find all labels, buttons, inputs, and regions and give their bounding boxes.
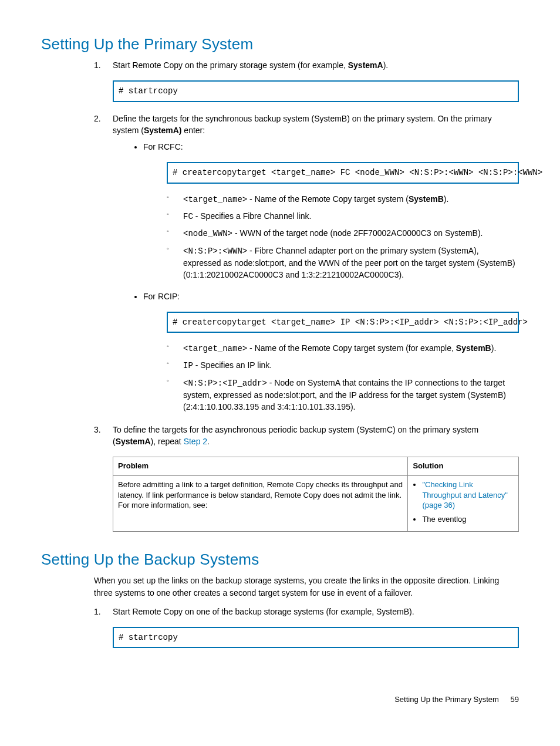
rcip-label: For RCIP:: [143, 292, 180, 301]
footer-section-title: Setting Up the Primary System: [394, 695, 499, 704]
table-cell-problem: Before admitting a link to a target defi…: [113, 476, 408, 532]
rcfc-item: For RCFC: # creatercopytarget <target_na…: [143, 141, 519, 281]
throughput-link[interactable]: "Checking Link Throughput and Latency" (…: [422, 480, 508, 509]
step-1-number: 1.: [94, 59, 101, 71]
backup-intro-text: When you set up the links on the backup …: [94, 575, 519, 599]
problem-solution-table: Problem Solution Before admitting a link…: [113, 457, 519, 532]
table-row: Before admitting a link to a target defi…: [113, 476, 519, 532]
primary-steps-list: 1. Start Remote Copy on the primary stor…: [94, 59, 519, 532]
backup-step-1-number: 1.: [94, 606, 101, 617]
solution-item-eventlog: The eventlog: [422, 514, 514, 525]
step-2-number: 2.: [94, 113, 101, 124]
rcfc-code-box: # creatercopytarget <target_name> FC <no…: [167, 162, 519, 183]
step-2-link[interactable]: Step 2: [184, 437, 207, 446]
backup-step-1-code-box: # startrcopy: [113, 627, 519, 648]
step-1-code-box: # startrcopy: [113, 80, 519, 102]
heading-primary-system: Setting Up the Primary System: [41, 35, 519, 53]
step-3: 3. To define the targets for the asynchr…: [94, 424, 519, 532]
table-cell-solution: "Checking Link Throughput and Latency" (…: [408, 476, 519, 532]
step-1: 1. Start Remote Copy on the primary stor…: [94, 59, 519, 102]
step-1-text: Start Remote Copy on the primary storage…: [113, 60, 388, 70]
table-header-row: Problem Solution: [113, 457, 519, 476]
step-2-sublist: For RCFC: # creatercopytarget <target_na…: [143, 141, 519, 413]
rcfc-definitions: <target_name> - Name of the Remote Copy …: [167, 193, 519, 281]
rcip-item: For RCIP: # creatercopytarget <target_na…: [143, 291, 519, 413]
rcip-def-nsp-ip: <N:S:P>:<IP_addr> - Node on SystemA that…: [167, 377, 519, 413]
backup-step-1: 1. Start Remote Copy on one of the backu…: [94, 606, 519, 649]
rcfc-def-fc: FC - Specifies a Fibre Channel link.: [167, 210, 519, 222]
heading-backup-systems: Setting Up the Backup Systems: [41, 551, 519, 569]
step-2: 2. Define the targets for the synchronou…: [94, 113, 519, 413]
rcip-def-ip: IP - Specifies an IP link.: [167, 359, 519, 372]
step-3-text: To define the targets for the asynchrono…: [113, 425, 478, 446]
solution-item-link: "Checking Link Throughput and Latency" (…: [422, 480, 514, 511]
footer-page-number: 59: [511, 695, 519, 704]
rcfc-def-target-name: <target_name> - Name of the Remote Copy …: [167, 193, 519, 205]
backup-step-1-text: Start Remote Copy on one of the backup s…: [113, 607, 414, 616]
table-header-solution: Solution: [408, 457, 519, 476]
rcfc-label: For RCFC:: [143, 142, 183, 151]
rcip-def-target-name: <target_name> - Name of the Remote Copy …: [167, 342, 519, 355]
rcip-definitions: <target_name> - Name of the Remote Copy …: [167, 342, 519, 413]
backup-steps-list: 1. Start Remote Copy on one of the backu…: [94, 606, 519, 649]
rcip-code-box: # creatercopytarget <target_name> IP <N:…: [167, 312, 519, 333]
step-2-text: Define the targets for the synchronous b…: [113, 114, 492, 135]
step-3-number: 3.: [94, 424, 101, 436]
table-header-problem: Problem: [113, 457, 408, 476]
rcfc-def-node-wwn: <node_WWN> - WWN of the target node (nod…: [167, 227, 519, 239]
page-footer: Setting Up the Primary System 59: [41, 695, 519, 704]
rcfc-def-nsp-wwn: <N:S:P>:<WWN> - Fibre Channel adapter po…: [167, 245, 519, 281]
